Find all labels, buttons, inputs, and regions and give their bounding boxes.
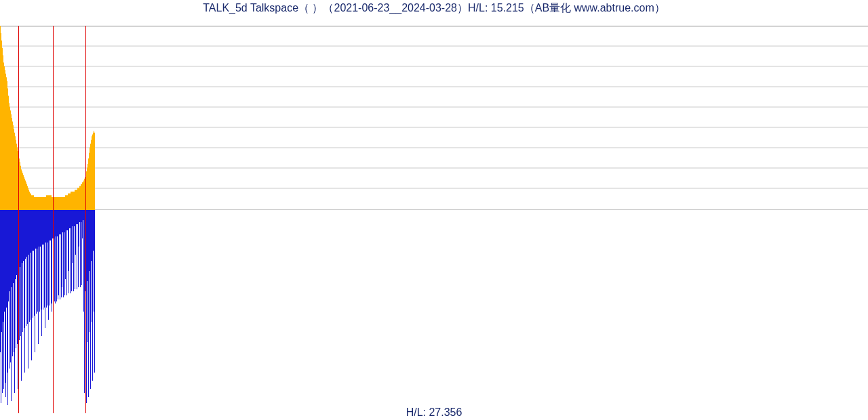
svg-rect-230 <box>52 210 53 238</box>
svg-rect-199 <box>31 210 32 360</box>
svg-rect-98 <box>60 197 60 210</box>
svg-rect-287 <box>91 210 92 261</box>
svg-rect-272 <box>81 210 81 222</box>
svg-rect-15 <box>3 62 4 210</box>
svg-rect-290 <box>93 210 94 251</box>
svg-rect-26 <box>11 114 12 210</box>
svg-rect-58 <box>33 195 33 210</box>
svg-rect-203 <box>34 210 35 316</box>
svg-rect-100 <box>61 197 62 210</box>
svg-rect-133 <box>83 180 84 210</box>
svg-rect-223 <box>47 210 48 306</box>
svg-rect-32 <box>15 136 16 210</box>
svg-rect-179 <box>18 210 18 389</box>
svg-rect-21 <box>7 88 8 210</box>
svg-rect-163 <box>7 210 7 373</box>
volume-series <box>0 210 95 405</box>
svg-rect-253 <box>68 210 68 293</box>
svg-rect-125 <box>78 188 79 210</box>
svg-rect-96 <box>58 197 59 210</box>
svg-rect-67 <box>39 197 39 210</box>
svg-rect-240 <box>59 210 60 234</box>
svg-rect-276 <box>83 210 84 312</box>
svg-rect-119 <box>74 192 75 210</box>
svg-rect-172 <box>13 210 14 283</box>
svg-rect-52 <box>28 190 29 210</box>
svg-rect-78 <box>46 195 47 210</box>
svg-rect-225 <box>49 210 50 240</box>
svg-rect-113 <box>70 194 71 210</box>
svg-rect-198 <box>31 210 31 320</box>
svg-rect-268 <box>78 210 79 287</box>
svg-rect-97 <box>59 197 60 210</box>
svg-rect-11 <box>1 33 1 210</box>
svg-rect-33 <box>16 140 16 210</box>
svg-rect-269 <box>79 210 79 247</box>
svg-rect-194 <box>28 210 28 369</box>
svg-rect-254 <box>68 210 69 271</box>
svg-rect-134 <box>84 179 85 210</box>
svg-rect-202 <box>33 210 34 251</box>
svg-rect-187 <box>23 210 24 261</box>
svg-rect-17 <box>5 70 5 210</box>
svg-rect-227 <box>50 210 51 240</box>
svg-rect-93 <box>56 197 57 210</box>
svg-rect-124 <box>77 188 78 210</box>
svg-rect-286 <box>90 210 91 389</box>
svg-rect-49 <box>26 184 27 210</box>
price-panel <box>0 26 868 210</box>
svg-rect-242 <box>60 210 61 234</box>
svg-rect-146 <box>92 134 93 210</box>
svg-rect-281 <box>87 210 87 281</box>
svg-rect-233 <box>54 210 55 301</box>
svg-rect-241 <box>60 210 60 299</box>
svg-rect-13 <box>2 48 3 210</box>
svg-rect-243 <box>61 210 62 297</box>
svg-rect-121 <box>75 190 76 210</box>
svg-rect-192 <box>26 210 27 257</box>
svg-rect-117 <box>73 192 73 210</box>
svg-rect-188 <box>24 210 24 328</box>
svg-rect-209 <box>38 210 39 344</box>
svg-rect-170 <box>12 210 12 287</box>
svg-rect-41 <box>21 169 22 210</box>
svg-rect-114 <box>71 192 71 210</box>
svg-rect-207 <box>37 210 37 249</box>
svg-rect-34 <box>16 144 17 210</box>
svg-rect-244 <box>62 210 62 287</box>
svg-rect-28 <box>12 121 13 210</box>
svg-rect-60 <box>34 197 35 210</box>
svg-rect-201 <box>33 210 33 318</box>
svg-rect-210 <box>39 210 39 247</box>
svg-rect-289 <box>92 210 93 381</box>
svg-rect-153 <box>0 210 1 352</box>
svg-rect-291 <box>94 210 94 312</box>
svg-rect-22 <box>8 96 9 210</box>
svg-rect-29 <box>13 125 14 210</box>
svg-rect-91 <box>55 197 56 210</box>
svg-rect-129 <box>81 184 81 210</box>
svg-rect-81 <box>48 195 49 210</box>
svg-rect-84 <box>50 195 51 210</box>
svg-rect-105 <box>64 197 65 210</box>
svg-rect-25 <box>10 110 11 210</box>
svg-rect-68 <box>39 197 40 210</box>
svg-rect-108 <box>66 195 67 210</box>
svg-rect-280 <box>86 210 87 403</box>
svg-rect-115 <box>71 192 72 210</box>
svg-rect-168 <box>10 210 11 362</box>
svg-rect-271 <box>80 210 81 287</box>
svg-rect-197 <box>30 210 31 253</box>
svg-rect-236 <box>56 210 57 301</box>
svg-rect-14 <box>3 56 3 210</box>
svg-rect-211 <box>39 210 40 312</box>
svg-rect-215 <box>42 210 43 245</box>
price-markers <box>19 26 86 210</box>
volume-panel <box>0 210 868 413</box>
svg-rect-12 <box>1 41 2 210</box>
svg-rect-42 <box>22 171 22 210</box>
svg-rect-154 <box>1 210 1 403</box>
svg-rect-142 <box>90 148 90 210</box>
svg-rect-62 <box>35 197 36 210</box>
svg-rect-89 <box>54 197 54 210</box>
